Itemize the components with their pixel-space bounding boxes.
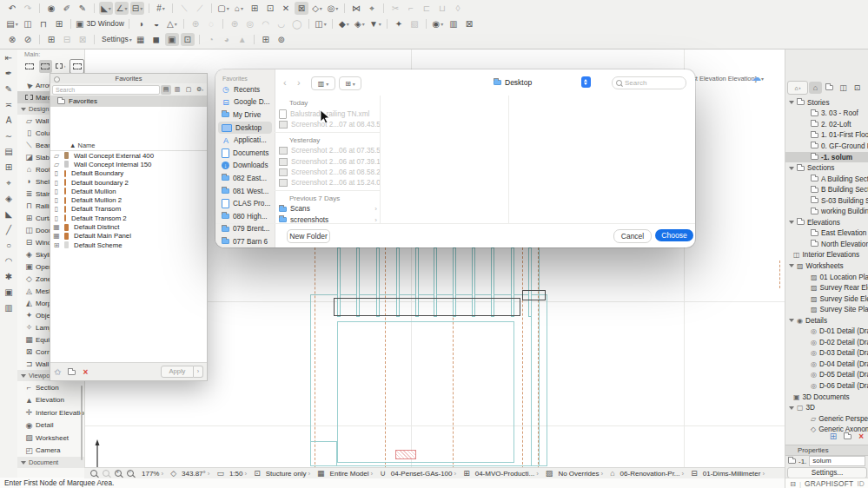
disclosure-triangle-icon[interactable] bbox=[789, 406, 794, 410]
hatch-icon[interactable]: ▤ bbox=[1, 145, 17, 158]
favorite-item[interactable]: ▯Default Transom 2 bbox=[50, 214, 207, 222]
grid-element-icon[interactable]: ⊞ bbox=[1, 161, 17, 174]
tree-item[interactable]: ▣3D Documents bbox=[785, 392, 868, 403]
section-view-icon[interactable]: ◑ bbox=[134, 17, 148, 30]
partial-structure-display[interactable]: Stucture only bbox=[266, 470, 307, 478]
tree-item[interactable]: ▨Worksheets bbox=[785, 260, 868, 272]
tree-item[interactable]: ▨01 Location Plan (Inde... bbox=[785, 272, 868, 283]
model-view-filter[interactable]: Entire Model bbox=[330, 470, 369, 478]
editing-plane-icon[interactable]: ∠▾ bbox=[115, 2, 129, 15]
inject-parameters-icon[interactable]: ✐ bbox=[60, 2, 74, 15]
sidebar-item-downloads[interactable]: ↓Downloads bbox=[218, 160, 272, 173]
export-icon[interactable]: ⊠ bbox=[462, 17, 476, 30]
tree-item[interactable]: 3. 03 - Roof bbox=[785, 109, 868, 120]
list-view-button[interactable]: ▤ bbox=[161, 85, 171, 95]
tree-item[interactable]: ◎D-05 Detail (Drawing) bbox=[785, 370, 868, 381]
sidebar-item-081-west-[interactable]: 081 West... bbox=[218, 185, 272, 198]
tool-group-document[interactable]: Document bbox=[17, 457, 84, 468]
find-select-icon[interactable]: ⌖ bbox=[365, 2, 379, 15]
line-icon[interactable]: ╱ bbox=[1, 223, 17, 236]
layers-icon[interactable]: ◇▾ bbox=[310, 2, 324, 15]
favorite-item[interactable]: ▯Default Mullion 2 bbox=[50, 195, 207, 204]
delete-favorite-icon[interactable]: × bbox=[83, 367, 88, 377]
guide-line-icon[interactable]: ⟍ bbox=[177, 2, 191, 15]
split-icon[interactable]: ⌐ bbox=[404, 2, 418, 15]
tree-item[interactable]: East Elevation Elevatio... bbox=[785, 228, 868, 240]
tree-item[interactable]: ◎D-04 Detail (Drawing) bbox=[785, 359, 868, 370]
tree-item[interactable]: 2. 02-Loft bbox=[785, 119, 868, 130]
palette-settings-gear-icon[interactable]: ⚙› bbox=[195, 85, 205, 95]
favorites-search-input[interactable]: Search bbox=[52, 85, 160, 95]
element-snap-icon[interactable]: ⊟▾ bbox=[130, 2, 144, 15]
zoom-percentage[interactable]: 177% bbox=[142, 470, 159, 478]
close-palette-button[interactable] bbox=[54, 76, 60, 82]
file-item[interactable]: Screenshot 2...06 at 07.35.50 bbox=[275, 146, 380, 156]
perspective-icon[interactable]: △▾ bbox=[165, 17, 179, 30]
background-icon[interactable]: ▼▾ bbox=[368, 17, 382, 30]
sidebar-item-applicati-[interactable]: AApplicati... bbox=[218, 134, 272, 147]
sidebar-item-080-high-[interactable]: 080 High... bbox=[218, 210, 272, 223]
teamwork-send-icon[interactable]: ⊗ bbox=[5, 33, 19, 46]
marquee-options-icon[interactable]: ▢▾ bbox=[216, 2, 230, 15]
tree-item[interactable]: ▨Survey Site Plan (Inde... bbox=[785, 304, 868, 315]
teamwork-receive-icon[interactable]: ⊘ bbox=[21, 33, 35, 46]
trim-icon[interactable]: ✂ bbox=[388, 2, 402, 15]
renovation-filter[interactable]: 06-Renovation-Pr... bbox=[620, 470, 680, 478]
chevron-right-icon[interactable]: › bbox=[762, 470, 765, 478]
tab-view-map[interactable] bbox=[823, 82, 836, 94]
marquee-thick-button[interactable] bbox=[39, 60, 52, 73]
sidebar-item-recents[interactable]: ◷Recents bbox=[218, 83, 272, 96]
tool-worksheet[interactable]: ▨Worksheet bbox=[17, 432, 84, 445]
unlock-icon[interactable]: ✕ bbox=[279, 2, 293, 15]
tree-item[interactable]: ◎D-02 Detail (Drawing) bbox=[785, 337, 868, 348]
favorite-item[interactable]: ▯Default Mullion bbox=[50, 187, 207, 195]
tree-item[interactable]: 0. GF-Ground Floor bbox=[785, 141, 868, 152]
tree-item[interactable]: B Building Section (Au... bbox=[785, 184, 868, 195]
render-icon[interactable]: ◈▾ bbox=[353, 17, 367, 30]
new-favorite-icon[interactable]: ✩ bbox=[54, 367, 61, 377]
chevron-right-icon[interactable]: › bbox=[601, 470, 604, 478]
disclosure-triangle-icon[interactable] bbox=[789, 264, 794, 267]
adjust-icon[interactable]: ⊏ bbox=[420, 2, 434, 15]
dimension-icon[interactable]: ≍ bbox=[1, 98, 17, 111]
tree-item[interactable]: ◉Details bbox=[785, 315, 868, 326]
circle-icon[interactable]: ○ bbox=[1, 239, 17, 252]
shadow-icon[interactable]: ◆▾ bbox=[337, 17, 351, 30]
view-mode-button[interactable]: ▥▾ bbox=[311, 76, 335, 90]
new-folder-button[interactable]: New Folder bbox=[287, 229, 330, 243]
undo-icon[interactable]: ↶ bbox=[5, 2, 19, 15]
new-folder-icon[interactable] bbox=[68, 367, 76, 377]
star-icon[interactable]: ✱ bbox=[1, 270, 17, 283]
back-button[interactable]: ‹ bbox=[283, 77, 287, 88]
chevron-right-icon[interactable]: › bbox=[682, 470, 685, 478]
favorite-item[interactable]: ▱Wall Concept Internal 150 bbox=[50, 160, 207, 168]
snap-reference-icon[interactable]: ⟋ bbox=[193, 2, 207, 15]
favorite-item[interactable]: ▦Default Main Panel bbox=[50, 232, 207, 241]
sun-study-icon[interactable]: ◡ bbox=[275, 17, 288, 30]
tree-item[interactable]: North Elevation Elevat... bbox=[785, 239, 868, 250]
tab-layout-book[interactable]: ◫ bbox=[837, 82, 850, 94]
vr-icon[interactable]: ◯ bbox=[290, 17, 304, 30]
layer-combination-icon[interactable]: ◫ bbox=[21, 17, 35, 30]
clone-folder-icon[interactable]: ⊟ bbox=[60, 33, 74, 46]
favorite-item[interactable]: ▯Default Boundary bbox=[50, 169, 207, 178]
dialog-search-input[interactable]: Search bbox=[612, 76, 686, 89]
forward-button[interactable]: › bbox=[297, 77, 301, 88]
copy-settings-icon[interactable]: ⊞ bbox=[259, 33, 273, 46]
gravity-icon[interactable]: ◣▾ bbox=[99, 2, 113, 15]
tree-item[interactable]: ◎D-03 Detail (Drawing) bbox=[785, 348, 868, 359]
tree-item[interactable]: ◎D-01 Detail (Drawing) bbox=[785, 326, 868, 337]
tool-interior-elevation[interactable]: ✛Interior Elevation bbox=[17, 406, 84, 419]
pencil-icon[interactable]: ✎ bbox=[1, 82, 17, 96]
column-view-button[interactable]: ▥ bbox=[172, 85, 182, 95]
favorite-item[interactable]: ▱Wall Concept External 400 bbox=[50, 151, 207, 160]
chevron-right-icon[interactable]: › bbox=[308, 470, 310, 478]
look-to-icon[interactable]: ◎ bbox=[243, 17, 257, 30]
master-layout-icon[interactable]: ◼ bbox=[149, 33, 163, 46]
pen-icon[interactable]: ✒ bbox=[1, 67, 17, 80]
update-drawing-icon[interactable]: ⊡ bbox=[181, 33, 195, 46]
choose-button[interactable]: Choose bbox=[655, 229, 693, 241]
disclosure-triangle-icon[interactable] bbox=[789, 167, 794, 170]
spline-icon[interactable]: ∼ bbox=[1, 129, 17, 142]
location-dropdown[interactable]: Desktop bbox=[494, 76, 591, 89]
